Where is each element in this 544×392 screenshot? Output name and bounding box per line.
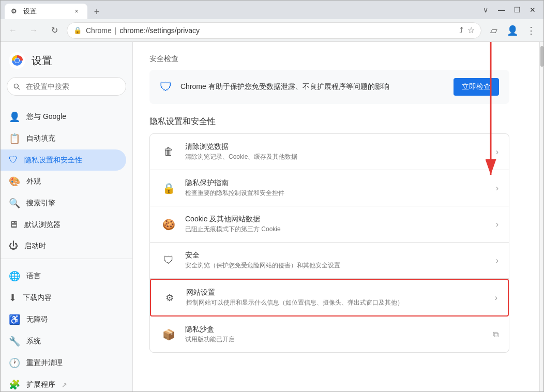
refresh-button[interactable]: ↻ [46, 22, 63, 39]
settings-card: 🗑 清除浏览数据 清除浏览记录、Cookie、缓存及其他数据 › 🔒 隐私 [149, 133, 509, 353]
titlebar: ⚙ 设置 × + ∨ — ❐ ✕ [1, 1, 543, 19]
sidebar-item-download[interactable]: ⬇ 下载内容 [1, 287, 126, 309]
sidebar-item-search[interactable]: 🔍 搜索引擎 [1, 192, 126, 214]
menu-button[interactable]: ⋮ [523, 22, 539, 39]
tab-dropdown-button[interactable]: ∨ [478, 3, 493, 17]
sidebar-search[interactable] [7, 77, 126, 96]
privacy-section-title: 隐私设置和安全性 [149, 116, 509, 127]
sidebar-item-browser-label: 默认浏览器 [24, 220, 61, 230]
scrollbar-track[interactable] [539, 42, 543, 391]
clear-browsing-icon: 🗑 [160, 144, 177, 160]
scrollbar-thumb[interactable] [540, 46, 543, 67]
sidebar-item-browser[interactable]: 🖥 默认浏览器 [1, 214, 126, 235]
chrome-logo [9, 52, 25, 69]
startup-icon: ⏻ [9, 240, 18, 251]
sidebar-item-extensions-label: 扩展程序 [26, 380, 55, 389]
sidebar-items-group2: 🌐 语言 ⬇ 下载内容 ♿ 无障碍 🔧 系统 🕐 重置并清理 [1, 261, 132, 391]
check-now-button[interactable]: 立即检查 [454, 78, 499, 96]
autofill-icon: 📋 [9, 133, 20, 144]
clear-browsing-desc: 清除浏览记录、Cookie、缓存及其他数据 [185, 153, 488, 161]
navbar: ← → ↻ 🔒 Chrome | chrome://settings/priva… [1, 19, 543, 42]
address-sep: | [115, 26, 119, 35]
sidebar-item-privacy[interactable]: 🛡 隐私设置和安全性 [1, 149, 126, 171]
browser-window: ⚙ 设置 × + ∨ — ❐ ✕ ← → ↻ 🔒 Chrome | chrome… [0, 0, 544, 392]
site-settings-arrow: › [495, 293, 497, 303]
clear-browsing-text: 清除浏览数据 清除浏览记录、Cookie、缓存及其他数据 [185, 142, 488, 161]
sidebar-item-system-label: 系统 [26, 337, 41, 346]
settings-item-privacy-guide[interactable]: 🔒 隐私保护指南 检查重要的隐私控制设置和安全控件 › [150, 170, 509, 206]
sidebar-item-appearance[interactable]: 🎨 外观 [1, 171, 126, 192]
security-arrow: › [496, 256, 498, 265]
site-settings-title: 网站设置 [186, 288, 487, 297]
address-bar[interactable]: 🔒 Chrome | chrome://settings/privacy ⤴ ☆ [67, 22, 481, 39]
clear-browsing-title: 清除浏览数据 [185, 142, 488, 152]
svg-point-3 [15, 58, 19, 63]
safety-check-section-title: 安全检查 [149, 54, 509, 64]
sidebar-item-autofill-label: 自动填充 [26, 134, 55, 143]
security-text: 安全 安全浏览（保护您免受危险网站的侵害）和其他安全设置 [185, 251, 488, 270]
security-icon: 🛡 [160, 252, 177, 269]
sidebar-item-startup-label: 启动时 [24, 242, 46, 251]
sidebar-item-language-label: 语言 [26, 272, 41, 281]
forward-button[interactable]: → [25, 22, 42, 39]
settings-item-clear-browsing[interactable]: 🗑 清除浏览数据 清除浏览记录、Cookie、缓存及其他数据 › [150, 134, 509, 170]
safety-check-description: Chrome 有助于保护您免受数据泄露、不良扩展程序等问题的影响 [180, 82, 445, 92]
clear-browsing-arrow: › [496, 147, 498, 157]
safety-shield-icon: 🛡 [160, 80, 172, 94]
sidebar-item-download-label: 下载内容 [23, 293, 52, 303]
reset-icon: 🕐 [9, 357, 20, 369]
privacy-guide-desc: 检查重要的隐私控制设置和安全控件 [185, 189, 488, 198]
minimize-button[interactable]: — [495, 5, 508, 15]
cookies-arrow: › [496, 220, 498, 229]
privacy-guide-text: 隐私保护指南 检查重要的隐私控制设置和安全控件 [185, 178, 488, 198]
content-inner: 安全检查 🛡 Chrome 有助于保护您免受数据泄露、不良扩展程序等问题的影响 … [133, 42, 526, 365]
sidebar-items-group1: 👤 您与 Google 📋 自动填充 🛡 隐私设置和安全性 🎨 外观 🔍 [1, 102, 132, 257]
tab-label: 设置 [23, 7, 37, 16]
sidebar: 设置 👤 您与 Google 📋 自动填充 🛡 隐私设置和安全性 [1, 42, 133, 391]
language-icon: 🌐 [9, 270, 20, 282]
sidebar-item-language[interactable]: 🌐 语言 [1, 265, 126, 287]
tab-bar: ⚙ 设置 × + [5, 1, 476, 19]
close-button[interactable]: ✕ [526, 5, 539, 15]
profile-button[interactable]: 👤 [504, 22, 521, 39]
sidebar-item-extensions[interactable]: 🧩 扩展程序 ↗ [1, 374, 126, 391]
sidebar-item-google[interactable]: 👤 您与 Google [1, 106, 126, 128]
settings-item-security[interactable]: 🛡 安全 安全浏览（保护您免受危险网站的侵害）和其他安全设置 › [150, 243, 509, 279]
cookies-title: Cookie 及其他网站数据 [185, 215, 488, 224]
sidebar-item-reset[interactable]: 🕐 重置并清理 [1, 352, 126, 374]
site-settings-text: 网站设置 控制网站可以使用和显示什么信息（如位置信息、摄像头、弹出式窗口及其他） [186, 288, 487, 307]
sidebar-item-appearance-label: 外观 [26, 177, 41, 186]
active-tab[interactable]: ⚙ 设置 × [5, 4, 87, 19]
address-share-icon[interactable]: ⤴ [459, 26, 463, 35]
privacy-guide-icon: 🔒 [160, 180, 177, 197]
settings-item-site-settings[interactable]: ⚙ 网站设置 控制网站可以使用和显示什么信息（如位置信息、摄像头、弹出式窗口及其… [150, 279, 509, 316]
sandbox-external-icon: ⧉ [493, 330, 498, 339]
system-icon: 🔧 [9, 336, 20, 347]
nav-actions: ▱ 👤 ⋮ [486, 22, 539, 39]
tab-close-button[interactable]: × [72, 7, 81, 16]
sidebar-item-autofill[interactable]: 📋 自动填充 [1, 128, 126, 149]
sidebar-item-startup[interactable]: ⏻ 启动时 [1, 235, 126, 257]
settings-item-sandbox[interactable]: 📦 隐私沙盒 试用版功能已开启 ⧉ [150, 316, 509, 352]
side-panel-button[interactable]: ▱ [486, 22, 502, 39]
new-tab-button[interactable]: + [89, 5, 104, 19]
sandbox-text: 隐私沙盒 试用版功能已开启 [185, 325, 485, 344]
sandbox-desc: 试用版功能已开启 [185, 335, 485, 344]
sidebar-divider [1, 259, 132, 259]
search-input[interactable] [7, 77, 126, 96]
content-area: 安全检查 🛡 Chrome 有助于保护您免受数据泄露、不良扩展程序等问题的影响 … [133, 42, 539, 391]
address-star-icon[interactable]: ☆ [467, 25, 475, 35]
address-lock-icon: 🔒 [73, 26, 82, 34]
settings-item-cookies[interactable]: 🍪 Cookie 及其他网站数据 已阻止无痕模式下的第三方 Cookie › [150, 206, 509, 243]
safety-check-card: 🛡 Chrome 有助于保护您免受数据泄露、不良扩展程序等问题的影响 立即检查 [149, 70, 509, 104]
address-text: Chrome | chrome://settings/privacy [86, 26, 455, 35]
sidebar-item-google-label: 您与 Google [26, 112, 66, 122]
sidebar-item-privacy-label: 隐私设置和安全性 [24, 156, 82, 165]
maximize-button[interactable]: ❐ [510, 5, 524, 15]
sidebar-item-accessibility[interactable]: ♿ 无障碍 [1, 309, 126, 330]
cookies-icon: 🍪 [160, 216, 177, 233]
main-area: 设置 👤 您与 Google 📋 自动填充 🛡 隐私设置和安全性 [1, 42, 543, 391]
address-chrome: Chrome [86, 26, 112, 35]
back-button[interactable]: ← [5, 22, 21, 39]
sidebar-item-system[interactable]: 🔧 系统 [1, 330, 126, 352]
